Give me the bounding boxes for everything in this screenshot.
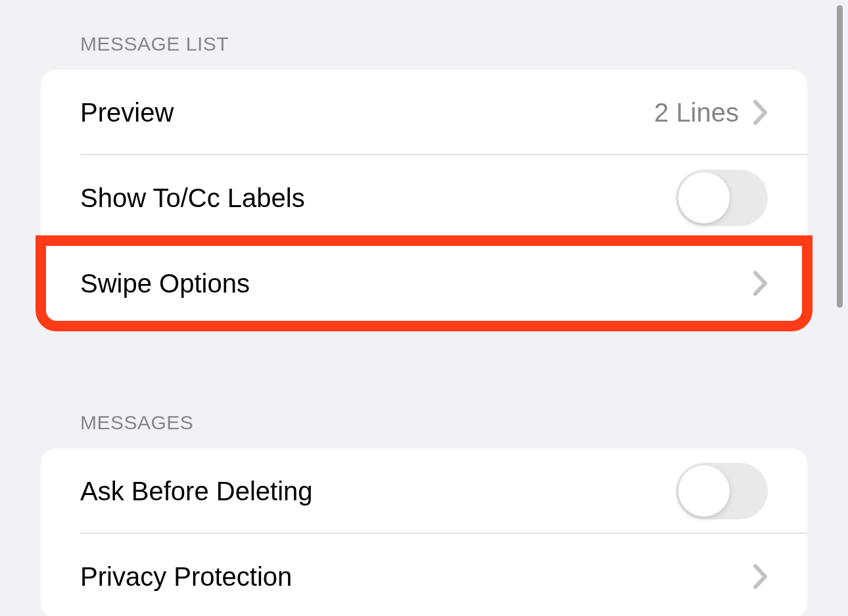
preview-label: Preview xyxy=(80,98,174,128)
section-header-message-list: Message List xyxy=(0,0,848,70)
messages-group: Ask Before Deleting Privacy Protection xyxy=(41,448,807,616)
swipe-options-label: Swipe Options xyxy=(80,269,250,298)
chevron-right-icon xyxy=(753,270,768,296)
swipe-options-right xyxy=(753,270,768,296)
ask-before-deleting-row[interactable]: Ask Before Deleting xyxy=(41,448,807,534)
show-tocc-toggle[interactable] xyxy=(676,170,768,226)
ask-before-deleting-toggle[interactable] xyxy=(676,463,768,519)
privacy-protection-row[interactable]: Privacy Protection xyxy=(41,534,807,616)
toggle-knob xyxy=(678,465,730,517)
section-header-messages: Messages xyxy=(0,379,848,448)
message-list-group: Preview 2 Lines Show To/Cc Labels Swipe … xyxy=(41,70,807,326)
chevron-right-icon xyxy=(753,99,768,126)
swipe-options-row[interactable]: Swipe Options xyxy=(41,241,807,326)
toggle-knob xyxy=(678,172,730,224)
privacy-protection-right xyxy=(753,563,768,590)
ask-before-deleting-label: Ask Before Deleting xyxy=(80,477,313,506)
show-tocc-row[interactable]: Show To/Cc Labels xyxy=(41,155,807,241)
show-tocc-label: Show To/Cc Labels xyxy=(80,183,305,213)
ask-before-deleting-toggle-wrap xyxy=(676,463,768,519)
preview-value: 2 Lines xyxy=(654,98,739,128)
preview-row[interactable]: Preview 2 Lines xyxy=(41,70,807,155)
show-tocc-toggle-wrap xyxy=(676,170,768,226)
chevron-right-icon xyxy=(753,563,768,590)
scrollbar[interactable] xyxy=(837,5,843,308)
privacy-protection-label: Privacy Protection xyxy=(80,562,292,592)
preview-value-wrap: 2 Lines xyxy=(654,98,768,128)
